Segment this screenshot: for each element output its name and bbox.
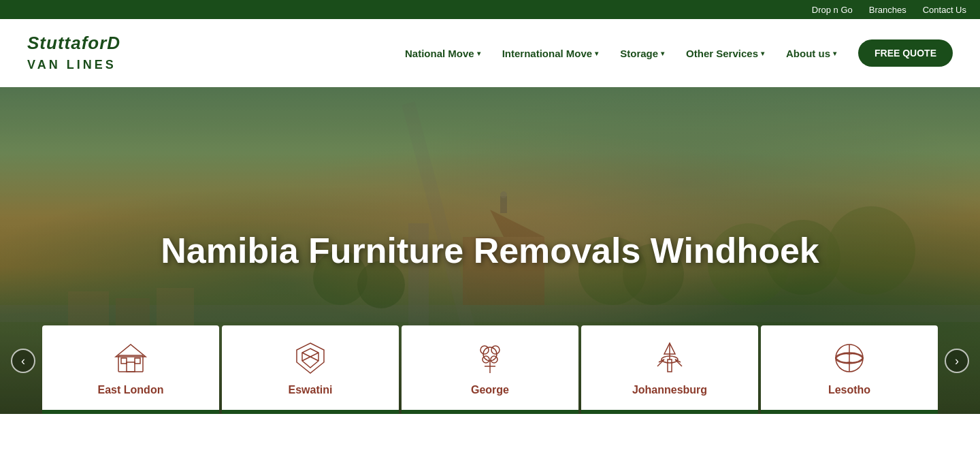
location-card-eswatini[interactable]: Eswatini bbox=[222, 325, 399, 414]
svg-rect-23 bbox=[121, 358, 127, 364]
chevron-down-icon: ▾ bbox=[661, 50, 664, 57]
george-icon bbox=[471, 339, 509, 377]
nav-item-free-quote[interactable]: FREE QUOTE bbox=[850, 39, 953, 67]
contact-us-link[interactable]: Contact Us bbox=[923, 5, 966, 15]
chevron-down-icon: ▾ bbox=[761, 50, 764, 57]
nav-item-other-services[interactable]: Other Services ▾ bbox=[678, 42, 772, 65]
lesotho-label: Lesotho bbox=[828, 384, 870, 396]
east-london-icon bbox=[112, 339, 150, 377]
location-card-lesotho[interactable]: Lesotho bbox=[761, 325, 938, 414]
chevron-down-icon: ▾ bbox=[833, 50, 836, 57]
george-label: George bbox=[471, 384, 509, 396]
eswatini-icon bbox=[291, 339, 329, 377]
nav-link-other-services[interactable]: Other Services ▾ bbox=[678, 42, 772, 65]
chevron-right-icon: › bbox=[955, 354, 959, 368]
nav-item-storage[interactable]: Storage ▾ bbox=[612, 42, 672, 65]
main-nav: StuttaforD VAN LINES National Move ▾ Int… bbox=[0, 19, 980, 87]
johannesburg-label: Johannesburg bbox=[632, 384, 707, 396]
nav-link-national-move[interactable]: National Move ▾ bbox=[397, 42, 489, 65]
chevron-left-icon: ‹ bbox=[21, 354, 25, 368]
hero-section: Namibia Furniture Removals Windhoek ‹ › … bbox=[0, 87, 980, 414]
nav-link-international-move[interactable]: International Move ▾ bbox=[494, 42, 607, 65]
svg-marker-25 bbox=[297, 343, 324, 373]
location-card-george[interactable]: George bbox=[402, 325, 578, 414]
svg-line-43 bbox=[675, 359, 682, 366]
branches-link[interactable]: Branches bbox=[869, 5, 906, 15]
hero-title: Namibia Furniture Removals Windhoek bbox=[161, 230, 819, 271]
carousel-prev-button[interactable]: ‹ bbox=[11, 349, 35, 373]
svg-marker-26 bbox=[302, 349, 318, 368]
nav-links: National Move ▾ International Move ▾ Sto… bbox=[397, 39, 953, 67]
nav-item-national-move[interactable]: National Move ▾ bbox=[397, 42, 489, 65]
nav-link-about-us[interactable]: About us ▾ bbox=[778, 42, 845, 65]
logo-line1: StuttaforD bbox=[27, 33, 120, 53]
east-london-label: East London bbox=[98, 384, 164, 396]
nav-item-about-us[interactable]: About us ▾ bbox=[778, 42, 845, 65]
nav-item-international-move[interactable]: International Move ▾ bbox=[494, 42, 607, 65]
logo[interactable]: StuttaforD VAN LINES bbox=[27, 33, 120, 72]
svg-rect-36 bbox=[668, 359, 672, 372]
logo-line2: VAN LINES bbox=[27, 58, 116, 71]
svg-line-42 bbox=[657, 359, 664, 366]
carousel-next-button[interactable]: › bbox=[945, 349, 969, 373]
eswatini-label: Eswatini bbox=[289, 384, 333, 396]
drop-n-go-link[interactable]: Drop n Go bbox=[812, 5, 853, 15]
top-bar: Drop n Go Branches Contact Us bbox=[0, 0, 980, 19]
location-card-east-london[interactable]: East London bbox=[42, 325, 219, 414]
johannesburg-icon bbox=[651, 339, 689, 377]
svg-rect-24 bbox=[135, 358, 140, 364]
nav-link-storage[interactable]: Storage ▾ bbox=[612, 42, 672, 65]
free-quote-button[interactable]: FREE QUOTE bbox=[858, 39, 953, 67]
location-cards: East London Eswatini bbox=[0, 325, 980, 414]
location-card-johannesburg[interactable]: Johannesburg bbox=[581, 325, 758, 414]
svg-rect-22 bbox=[127, 362, 135, 372]
lesotho-icon bbox=[830, 339, 868, 377]
chevron-down-icon: ▾ bbox=[595, 50, 598, 57]
chevron-down-icon: ▾ bbox=[477, 50, 480, 57]
